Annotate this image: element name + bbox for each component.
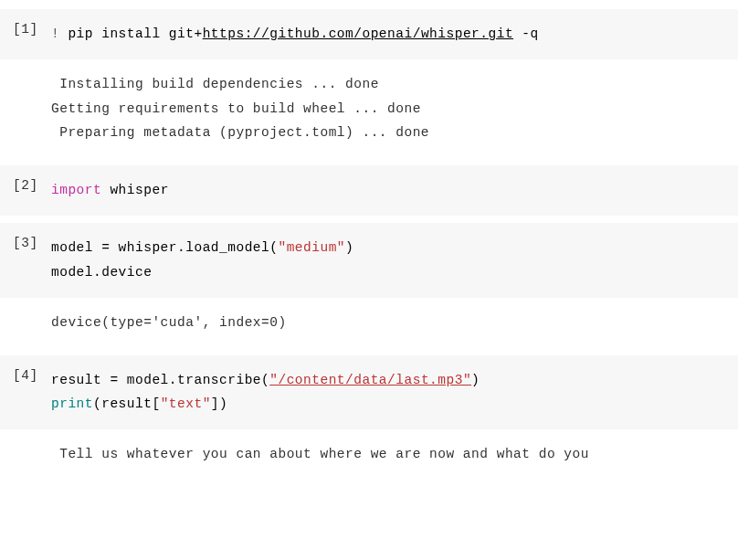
string-literal: "/content/data/last.mp3" — [269, 373, 471, 387]
cell-output: Installing build dependencies ... done G… — [0, 59, 738, 158]
notebook-cell: [2] import whisper — [0, 165, 738, 216]
keyword-import: import — [51, 183, 101, 197]
code-text: -q — [513, 26, 539, 41]
code-input[interactable]: [1] ! pip install git+https://github.com… — [0, 9, 738, 59]
code-content[interactable]: ! pip install git+https://github.com/ope… — [51, 22, 738, 47]
code-content[interactable]: import whisper — [51, 178, 738, 203]
shell-bang: ! — [51, 26, 59, 41]
notebook-cell: [1] ! pip install git+https://github.com… — [0, 9, 738, 158]
code-text: ) — [471, 373, 480, 387]
notebook-cell: [4] result = model.transcribe("/content/… — [0, 355, 738, 480]
builtin-print: print — [51, 396, 93, 411]
code-text: ) — [345, 240, 353, 255]
url-link[interactable]: https://github.com/openai/whisper.git — [203, 26, 513, 41]
code-input[interactable]: [4] result = model.transcribe("/content/… — [0, 355, 738, 430]
code-text: (result[ — [93, 396, 161, 411]
cell-output: Tell us whatever you can about where we … — [0, 429, 738, 480]
code-text: pip install git+ — [59, 26, 202, 41]
cell-label: [4] — [0, 368, 51, 417]
code-text: model.device — [51, 265, 152, 280]
string-literal: "medium" — [278, 240, 345, 255]
code-input[interactable]: [3] model = whisper.load_model("medium")… — [0, 223, 738, 298]
code-text: ]) — [211, 396, 227, 411]
code-content[interactable]: result = model.transcribe("/content/data… — [51, 368, 738, 417]
notebook-cell: [3] model = whisper.load_model("medium")… — [0, 223, 738, 347]
code-text: whisper — [101, 183, 169, 197]
code-text: model = whisper.load_model( — [51, 240, 278, 255]
cell-output: device(type='cuda', index=0) — [0, 298, 738, 348]
cell-label: [1] — [0, 22, 51, 47]
code-content[interactable]: model = whisper.load_model("medium") mod… — [51, 236, 738, 285]
code-input[interactable]: [2] import whisper — [0, 165, 738, 216]
code-text: result = model.transcribe( — [51, 373, 269, 387]
cell-label: [3] — [0, 236, 51, 285]
cell-label: [2] — [0, 178, 51, 203]
string-literal: "text" — [161, 396, 211, 411]
